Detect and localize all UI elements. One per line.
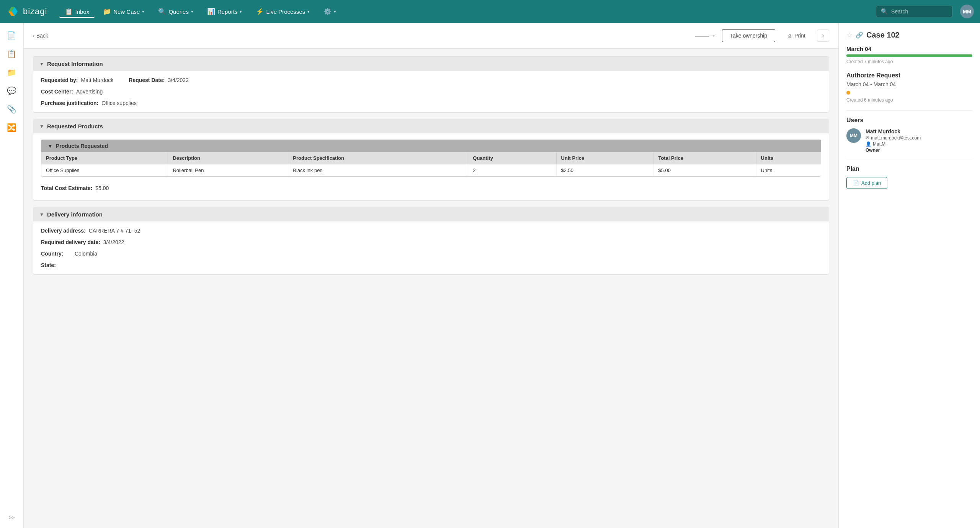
reports-label: Reports xyxy=(217,8,238,15)
user-initials: MM xyxy=(963,9,971,15)
inbox-icon: 📋 xyxy=(65,8,73,16)
authorize-status xyxy=(846,90,972,96)
requested-products-header[interactable]: ▼ Requested Products xyxy=(33,119,829,133)
delivery-row-2: Required delivery date: 3/4/2022 xyxy=(41,239,821,245)
user-icon: 👤 xyxy=(866,141,871,147)
request-information-body: Requested by: Matt Murdock Request Date:… xyxy=(33,71,829,112)
reports-icon: 📊 xyxy=(207,8,215,16)
requested-products-body: ▼ Products Requested Product Type Descri… xyxy=(33,133,829,200)
delivery-row-4: State: xyxy=(41,262,821,268)
users-section-title: Users xyxy=(846,117,972,124)
print-icon: 🖨 xyxy=(787,33,792,39)
authorize-meta: Created 6 minutes ago xyxy=(846,97,972,103)
progress-bar-fill xyxy=(846,54,972,57)
col-unit-price: Unit Price xyxy=(556,152,653,164)
next-chevron-button[interactable]: › xyxy=(817,30,829,42)
logo[interactable]: bizagi xyxy=(6,5,47,18)
toolbar: ‹ Back ——→ Take ownership 🖨 Print › xyxy=(24,23,838,49)
delivery-information-section: ▼ Delivery information Delivery address:… xyxy=(33,207,829,275)
request-information-title: Request Information xyxy=(47,61,103,67)
requested-by-label: Requested by: xyxy=(41,77,78,83)
live-processes-arrow-icon: ▾ xyxy=(307,9,310,14)
sidebar-expand-button[interactable]: >> xyxy=(6,512,18,523)
cost-center-value: Advertising xyxy=(76,89,103,95)
queries-arrow-icon: ▾ xyxy=(191,9,193,14)
delivery-address-value: CARRERA 7 # 71- 52 xyxy=(89,228,140,234)
sidebar-icon-document1[interactable]: 📄 xyxy=(4,28,20,44)
print-button[interactable]: 🖨 Print xyxy=(781,30,811,42)
products-subsection-chevron-icon: ▼ xyxy=(47,143,53,149)
products-requested-subsection: ▼ Products Requested Product Type Descri… xyxy=(41,139,821,177)
form-content: ▼ Request Information Requested by: Matt… xyxy=(24,49,838,282)
state-label: State: xyxy=(41,262,72,268)
search-box[interactable]: 🔍 xyxy=(876,6,952,17)
request-date-field: Request Date: 3/4/2022 xyxy=(129,77,189,83)
email-icon: ✉ xyxy=(866,135,869,141)
user-name: Matt Murdock xyxy=(866,128,921,134)
delivery-information-header[interactable]: ▼ Delivery information xyxy=(33,207,829,221)
cell-description: Rollerball Pen xyxy=(168,164,288,177)
bizagi-logo-icon xyxy=(6,5,20,18)
print-label: Print xyxy=(794,33,805,39)
total-cost-value: $5.00 xyxy=(95,185,109,191)
live-processes-label: Live Processes xyxy=(266,8,305,15)
sidebar-icon-network[interactable]: 🔀 xyxy=(4,120,20,136)
nav-item-reports[interactable]: 📊 Reports ▾ xyxy=(202,5,248,18)
case-title: Case 102 xyxy=(866,31,900,39)
cell-product-type: Office Supplies xyxy=(41,164,168,177)
search-input[interactable] xyxy=(891,8,945,15)
star-icon[interactable]: ☆ xyxy=(846,31,853,39)
request-information-header[interactable]: ▼ Request Information xyxy=(33,57,829,71)
sidebar-icon-document2[interactable]: 📋 xyxy=(4,46,20,62)
cost-center-label: Cost Center: xyxy=(41,89,73,95)
requested-products-section: ▼ Requested Products ▼ Products Requeste… xyxy=(33,119,829,201)
requested-by-value: Matt Murdock xyxy=(81,77,113,83)
user-role: Owner xyxy=(866,148,921,153)
new-case-label: New Case xyxy=(113,8,140,15)
share-icon[interactable]: 🔗 xyxy=(856,31,863,39)
top-navigation: bizagi 📋 Inbox 📁 New Case ▾ 🔍 Queries ▾ … xyxy=(0,0,980,23)
sidebar-icon-attachment[interactable]: 📎 xyxy=(4,101,20,117)
new-case-icon: 📁 xyxy=(103,8,111,16)
sidebar-icon-folder[interactable]: 📁 xyxy=(4,64,20,80)
nav-item-live-processes[interactable]: ⚡ Live Processes ▾ xyxy=(250,5,315,18)
divider-1 xyxy=(846,110,972,111)
delivery-address-field: Delivery address: CARRERA 7 # 71- 52 xyxy=(41,228,140,234)
plan-section-title: Plan xyxy=(846,166,972,172)
products-requested-header[interactable]: ▼ Products Requested xyxy=(41,140,821,152)
delivery-row-3: Country: Colombia xyxy=(41,251,821,257)
col-description: Description xyxy=(168,152,288,164)
cost-center-field: Cost Center: Advertising xyxy=(41,89,103,95)
user-info: Matt Murdock ✉ matt.murdock@test.com 👤 M… xyxy=(866,128,921,153)
main-layout: 📄 📋 📁 💬 📎 🔀 >> ‹ Back ——→ Take ownership… xyxy=(0,23,980,528)
state-field: State: xyxy=(41,262,75,268)
status-dot-icon xyxy=(846,91,850,95)
progress-bar xyxy=(846,54,972,57)
nav-item-new-case[interactable]: 📁 New Case ▾ xyxy=(98,5,150,18)
settings-arrow-icon: ▾ xyxy=(334,9,336,14)
nav-item-queries[interactable]: 🔍 Queries ▾ xyxy=(153,5,199,18)
total-cost-row: Total Cost Estimate: $5.00 xyxy=(41,182,821,194)
queries-label: Queries xyxy=(168,8,189,15)
col-units: Units xyxy=(756,152,821,164)
take-ownership-button[interactable]: Take ownership xyxy=(722,29,775,42)
country-label: Country: xyxy=(41,251,72,257)
sidebar-icon-chat[interactable]: 💬 xyxy=(4,83,20,99)
user-email: ✉ matt.murdock@test.com xyxy=(866,135,921,141)
requested-by-field: Requested by: Matt Murdock xyxy=(41,77,113,83)
purchase-justification-label: Purchase justification: xyxy=(41,100,98,106)
nav-item-settings[interactable]: ⚙️ ▾ xyxy=(318,5,341,18)
add-plan-icon: 📄 xyxy=(853,180,859,186)
request-date-label: Request Date: xyxy=(129,77,165,83)
back-button[interactable]: ‹ Back xyxy=(33,33,48,39)
form-row-3: Purchase justification: Office supplies xyxy=(41,100,821,106)
total-cost-label: Total Cost Estimate: xyxy=(41,185,92,191)
form-row-1: Requested by: Matt Murdock Request Date:… xyxy=(41,77,821,83)
requested-products-chevron-icon: ▼ xyxy=(39,124,44,129)
user-avatar[interactable]: MM xyxy=(960,5,974,18)
search-icon: 🔍 xyxy=(881,8,888,15)
nav-item-inbox[interactable]: 📋 Inbox xyxy=(59,5,95,18)
add-plan-button[interactable]: 📄 Add plan xyxy=(846,177,887,189)
cell-total-price: $5.00 xyxy=(653,164,756,177)
cell-unit-price: $2.50 xyxy=(556,164,653,177)
